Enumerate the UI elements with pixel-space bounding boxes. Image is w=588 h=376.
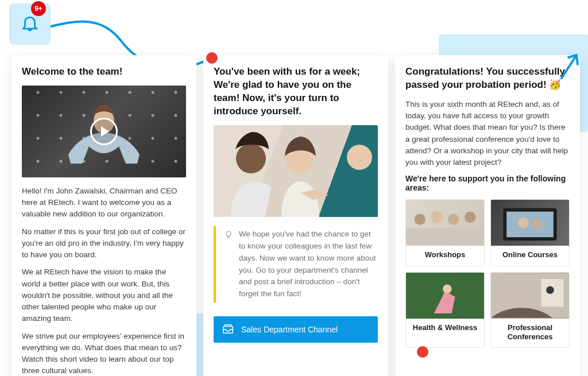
- tile-image: [491, 273, 569, 319]
- svg-point-7: [448, 214, 459, 225]
- tip-callout: We hope you've had the chance to get to …: [214, 226, 378, 303]
- inbox-icon: [222, 323, 234, 337]
- paragraph: We at REtech have the vision to make the…: [22, 266, 186, 324]
- paragraph: Hello! I'm John Zawalski, Chairman and C…: [22, 185, 186, 220]
- support-areas-heading: We're here to support you in the followi…: [405, 174, 570, 192]
- card-introduce-yourself: You've been with us for a week; We're gl…: [203, 55, 388, 376]
- svg-point-15: [443, 284, 452, 293]
- svg-point-18: [546, 286, 554, 294]
- svg-point-1: [236, 144, 266, 173]
- play-icon: [90, 118, 118, 145]
- svg-point-8: [465, 212, 475, 223]
- svg-point-6: [431, 211, 443, 223]
- svg-point-13: [532, 219, 541, 229]
- card-welcome: Welcome to the team! Hello! I'm John Zaw…: [11, 55, 196, 376]
- paragraph: We strive put our employees' experience …: [22, 331, 186, 376]
- tile-label: Professional Conferences: [491, 319, 569, 348]
- support-tiles: Workshops Online Courses Health & Wellne…: [405, 199, 570, 348]
- tile-workshops[interactable]: Workshops: [405, 199, 485, 266]
- tile-label: Health & Wellness: [406, 319, 484, 338]
- tile-label: Workshops: [406, 246, 484, 265]
- paragraph: No matter if this is your first job out …: [22, 226, 186, 261]
- lightbulb-icon: [224, 228, 233, 301]
- tile-health-wellness[interactable]: Health & Wellness: [405, 272, 485, 348]
- tile-image: [406, 273, 484, 319]
- paragraph: This is your sixth month at REtech and, …: [405, 99, 570, 169]
- svg-rect-9: [406, 228, 484, 245]
- svg-point-5: [415, 214, 425, 225]
- card-probation-passed: Congratulations! You successfully passed…: [395, 55, 580, 376]
- tile-image: [491, 200, 569, 246]
- arrow-icon: [558, 49, 583, 82]
- onboarding-cards-row: Welcome to the team! Hello! I'm John Zaw…: [11, 55, 580, 376]
- welcome-video-thumb[interactable]: [22, 86, 186, 177]
- notification-badge: 9+: [31, 1, 46, 16]
- tile-label: Online Courses: [491, 246, 569, 265]
- notification-tile[interactable]: 9+: [9, 3, 51, 45]
- callout-text: We hope you've had the chance to get to …: [239, 228, 378, 301]
- card-title: Welcome to the team!: [22, 65, 186, 79]
- channel-button-label: Sales Department Channel: [241, 325, 338, 334]
- decor-dot-1: [206, 52, 218, 64]
- card-title: You've been with us for a week; We're gl…: [214, 65, 378, 118]
- svg-rect-11: [506, 212, 554, 238]
- tile-online-courses[interactable]: Online Courses: [490, 199, 570, 266]
- card-title: Congratulations! You successfully passed…: [405, 65, 570, 92]
- svg-point-12: [518, 218, 529, 228]
- tile-image: [406, 200, 484, 246]
- team-photo: [214, 125, 378, 217]
- tile-professional-conferences[interactable]: Professional Conferences: [490, 272, 570, 348]
- decor-dot-2: [417, 346, 428, 358]
- channel-button[interactable]: Sales Department Channel: [214, 316, 378, 343]
- bell-icon: [20, 13, 40, 35]
